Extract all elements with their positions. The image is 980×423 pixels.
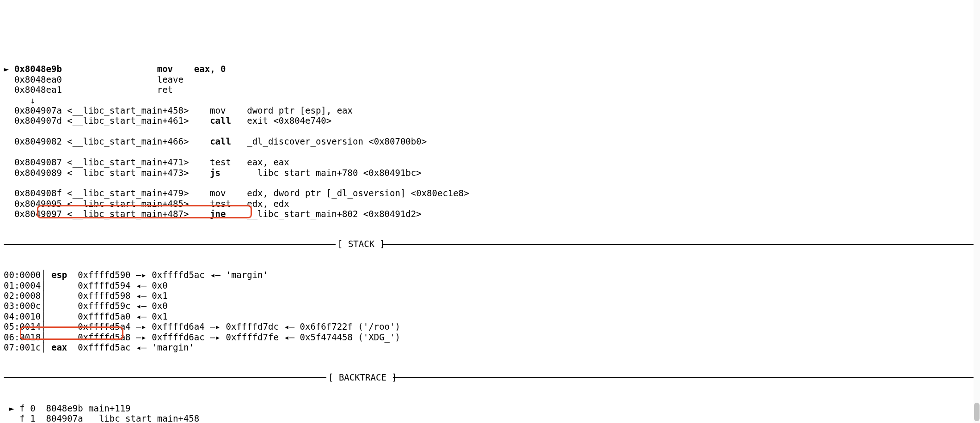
stack-row: 04:0010│ 0xffffd5a0 ◂— 0x1	[4, 311, 976, 321]
disasm-row: 0x8049082 <__libc_start_main+466> call _…	[4, 136, 976, 146]
disasm-row: 0x8048ea0 leave	[4, 74, 976, 85]
stack-header-label: [ STACK ]	[336, 239, 387, 249]
backtrace-row: f 1 804907a __libc_start_main+458	[4, 413, 976, 423]
disasm-row: 0x8048ea1 ret	[4, 85, 976, 95]
stack-row: 06:0018│ 0xffffd5a8 —▸ 0xffffd6ac —▸ 0xf…	[4, 332, 976, 342]
scrollbar-track[interactable]	[974, 0, 980, 423]
scrollbar-thumb[interactable]	[974, 403, 980, 421]
disasm-row: 0x8049097 <__libc_start_main+487> jne __…	[4, 209, 976, 219]
disasm-row	[4, 147, 976, 157]
disasm-row	[4, 178, 976, 188]
disasm-row: 0x804907a <__libc_start_main+458> mov dw…	[4, 105, 976, 115]
stack-separator: [ STACK ]	[4, 240, 976, 249]
terminal-output[interactable]: ► 0x8048e9b mov eax, 0 0x8048ea0 leave 0…	[0, 42, 980, 423]
backtrace-row: ► f 0 8048e9b main+119	[4, 403, 976, 413]
disasm-row: ↓	[4, 95, 976, 105]
backtrace-block: ► f 0 8048e9b main+119 f 1 804907a __lib…	[4, 403, 976, 423]
stack-row: 00:0000│ esp 0xffffd590 —▸ 0xffffd5ac ◂—…	[4, 270, 976, 280]
stack-row: 07:001c│ eax 0xffffd5ac ◂— 'margin'	[4, 342, 976, 352]
disasm-row: ► 0x8048e9b mov eax, 0	[4, 64, 976, 74]
backtrace-header-label: [ BACKTRACE ]	[326, 372, 399, 382]
stack-block: 00:0000│ esp 0xffffd590 —▸ 0xffffd5ac ◂—…	[4, 270, 976, 352]
disasm-row: 0x8049089 <__libc_start_main+473> js __l…	[4, 168, 976, 178]
stack-row: 02:0008│ 0xffffd598 ◂— 0x1	[4, 290, 976, 301]
stack-row: 01:0004│ 0xffffd594 ◂— 0x0	[4, 280, 976, 290]
backtrace-separator: [ BACKTRACE ]	[4, 373, 976, 382]
stack-row: 05:0014│ 0xffffd5a4 —▸ 0xffffd6a4 —▸ 0xf…	[4, 321, 976, 332]
disasm-row	[4, 126, 976, 136]
disasm-row: 0x8049087 <__libc_start_main+471> test e…	[4, 157, 976, 167]
stack-row: 03:000c│ 0xffffd59c ◂— 0x0	[4, 301, 976, 311]
disasm-row: 0x8049095 <__libc_start_main+485> test e…	[4, 199, 976, 209]
disassembly-block: ► 0x8048e9b mov eax, 0 0x8048ea0 leave 0…	[4, 64, 976, 219]
disasm-row: 0x804908f <__libc_start_main+479> mov ed…	[4, 188, 976, 198]
disasm-row: 0x804907d <__libc_start_main+461> call e…	[4, 115, 976, 126]
